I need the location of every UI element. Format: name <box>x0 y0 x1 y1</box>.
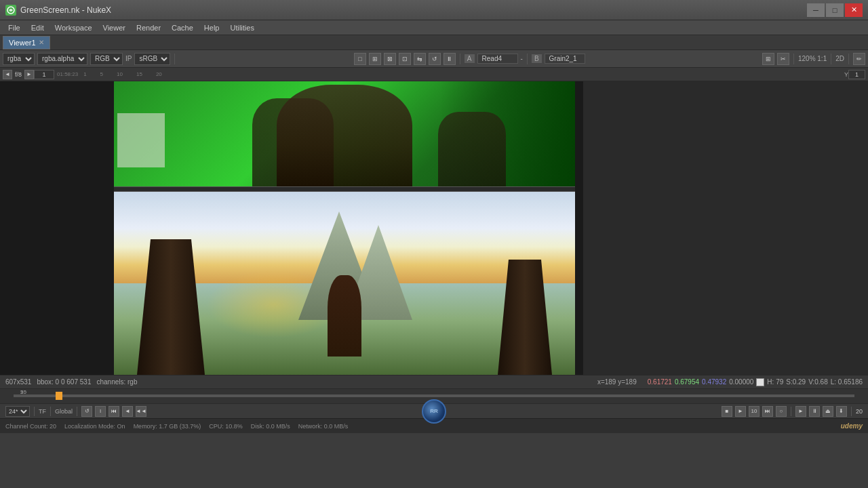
mark-in-btn[interactable]: I <box>95 406 106 417</box>
colorspace-select[interactable]: sRGB <box>134 53 170 65</box>
playback-icon-1[interactable]: ► <box>795 406 806 417</box>
v-value: V:0.68 <box>808 378 828 386</box>
playback-icon-3[interactable]: ⏏ <box>823 406 833 417</box>
fantasy-figure-main <box>328 275 361 357</box>
color-values: 0.61721 0.67954 0.47932 0.00000 H: 79 S:… <box>648 378 863 386</box>
viewer-icon-3[interactable]: ⊠ <box>384 53 396 65</box>
loop-btn[interactable]: ↺ <box>81 406 92 417</box>
logo-circle: RR <box>422 399 446 424</box>
pencil-icon[interactable]: ✏ <box>853 53 865 65</box>
scale-15: 15 <box>136 71 142 77</box>
channel-count-info: Channel Count: 20 <box>5 423 56 430</box>
tab-bar: Viewer1 ✕ <box>0 35 868 50</box>
minimize-button[interactable]: ─ <box>807 3 825 17</box>
view-mode-label: 2D <box>835 55 844 62</box>
close-button[interactable]: ✕ <box>845 3 863 17</box>
window-title: GreenScreen.nk - NukeX <box>20 5 807 15</box>
viewer-icon-1[interactable]: □ <box>354 53 366 65</box>
fps-select[interactable]: 24* <box>5 406 30 417</box>
logo-text: RR <box>430 408 438 414</box>
menu-utilities[interactable]: Utilities <box>224 22 259 33</box>
viewer-toolbar: rgba rgba.alpha RGB IP sRGB □ ⊞ ⊠ ⊡ ⇆ ↺ … <box>0 50 868 68</box>
tab-viewer1-label: Viewer1 <box>9 39 36 47</box>
color-select[interactable]: RGB <box>90 53 123 65</box>
play-back-btn[interactable]: ◄◄ <box>136 406 146 417</box>
brand-label: udemy <box>841 422 863 430</box>
menu-render[interactable]: Render <box>131 22 166 33</box>
pb-sep-3 <box>77 407 77 416</box>
separator-2 <box>460 54 460 64</box>
memory-info: Memory: 1.7 GB (33.7%) <box>134 423 201 430</box>
jump-10-btn[interactable]: 10 <box>749 406 760 417</box>
greenscreen-white-box <box>117 113 165 167</box>
scrubber-track[interactable] <box>14 394 854 397</box>
viewer-top-image <box>114 81 575 186</box>
viewer-icon-2[interactable]: ⊞ <box>369 53 381 65</box>
loop-btn-2[interactable]: ○ <box>776 406 787 417</box>
frame-number-input[interactable]: 1 <box>34 70 54 79</box>
greenscreen-scene <box>114 81 575 186</box>
viewer-icon-5[interactable]: ⇆ <box>414 53 426 65</box>
alpha-select[interactable]: rgba.alpha <box>37 53 87 65</box>
viewer-icon-4[interactable]: ⊡ <box>399 53 411 65</box>
playback-icon-2[interactable]: ⏸ <box>809 406 820 417</box>
current-frame-label: f/8 <box>14 71 23 78</box>
playback-icon-4[interactable]: ⬇ <box>836 406 847 417</box>
a-label: A <box>465 54 475 63</box>
main-area <box>0 81 868 375</box>
menu-workspace[interactable]: Workspace <box>50 22 98 33</box>
zoom-label: 120% 1:1 <box>798 55 827 62</box>
cursor-coords: x=189 y=189 <box>597 378 637 386</box>
menu-edit[interactable]: Edit <box>26 22 50 33</box>
goto-start-btn[interactable]: ⏮ <box>108 406 119 417</box>
grain-node-label: Grain2_1 <box>545 54 585 64</box>
rrcg-logo: RR <box>407 405 461 418</box>
menu-file[interactable]: File <box>3 22 26 33</box>
menu-viewer[interactable]: Viewer <box>98 22 131 33</box>
ip-label: IP <box>125 55 132 62</box>
prev-frame-btn[interactable]: ◄ <box>3 70 12 79</box>
timeline-bar: ◄ f/8 ► 1 01:58:23 1 5 10 15 20 Y 1 <box>0 68 868 81</box>
b-label: B <box>532 54 542 63</box>
tab-viewer1[interactable]: Viewer1 ✕ <box>3 36 50 49</box>
read-node-label: Read4 <box>477 54 518 64</box>
frame-nav: ◄ f/8 ► <box>3 70 34 79</box>
scale-20: 20 <box>156 71 162 77</box>
goto-end-btn[interactable]: ⏭ <box>762 406 773 417</box>
tab-close-icon[interactable]: ✕ <box>39 39 44 46</box>
window-controls[interactable]: ─ □ ✕ <box>807 3 863 17</box>
g-value: 0.67954 <box>675 378 699 386</box>
fit-icon[interactable]: ⊞ <box>762 53 774 65</box>
play-fwd-btn[interactable]: ► <box>735 406 746 417</box>
a-value: 0.00000 <box>729 378 753 386</box>
greenscreen-figure-3 <box>438 112 506 186</box>
menu-help[interactable]: Help <box>199 22 225 33</box>
r-value: 0.61721 <box>648 378 672 386</box>
stop-btn[interactable]: ■ <box>722 406 732 417</box>
channel-select[interactable]: rgba <box>3 53 35 65</box>
right-panel <box>583 81 868 375</box>
crop-icon[interactable]: ✂ <box>777 53 789 65</box>
maximize-button[interactable]: □ <box>826 3 844 17</box>
viewer-split-divider[interactable] <box>114 186 575 192</box>
viewer-icon-6[interactable]: ↺ <box>429 53 441 65</box>
channels-info: channels: rgb <box>96 378 137 386</box>
playback-controls: 24* TF Global ↺ I ⏮ ◄ ◄◄ RR ■ ► 10 ⏭ ○ ►… <box>0 403 868 418</box>
y-input[interactable]: 1 <box>848 70 865 79</box>
scale-1: 1 <box>83 71 86 77</box>
viewer-panel <box>0 81 583 375</box>
scale-10: 10 <box>117 71 123 77</box>
prev-frame-pb-btn[interactable]: ◄ <box>122 406 133 417</box>
h-value: H: 79 <box>767 378 783 386</box>
tf-label: TF <box>39 408 46 415</box>
scrubber-handle[interactable] <box>56 392 62 400</box>
pb-sep-5 <box>851 407 852 416</box>
fantasy-scene <box>114 192 575 375</box>
cpu-info: CPU: 10.8% <box>209 423 243 430</box>
status-bar: 607x531 bbox: 0 0 607 531 channels: rgb … <box>0 375 868 388</box>
pb-sep-2 <box>50 407 51 416</box>
menu-cache[interactable]: Cache <box>166 22 199 33</box>
viewer-pause-icon[interactable]: ⏸ <box>443 53 456 65</box>
global-label: Global <box>55 408 73 415</box>
next-frame-btn[interactable]: ► <box>24 70 34 79</box>
